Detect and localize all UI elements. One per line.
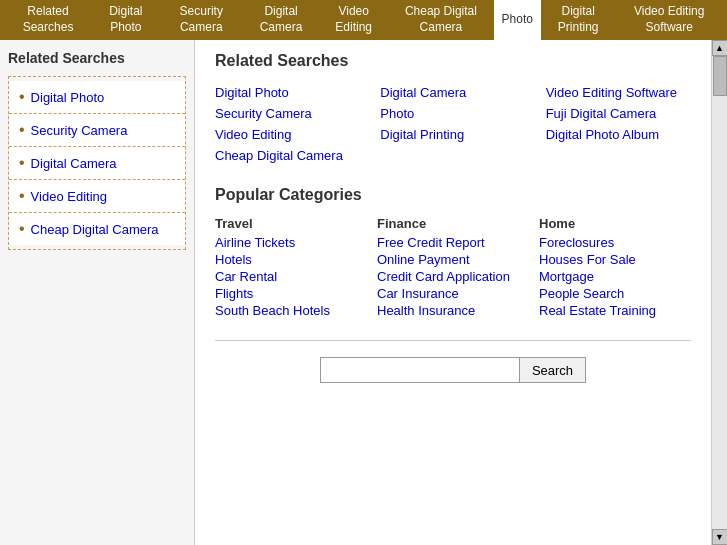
popular-categories-section: Popular Categories TravelAirline Tickets…: [215, 186, 691, 320]
related-link-video-editing-software[interactable]: Video Editing Software: [546, 82, 691, 103]
category-link-hotels[interactable]: Hotels: [215, 252, 252, 267]
bullet-icon: •: [19, 155, 25, 171]
related-link-fuji-digital-camera[interactable]: Fuji Digital Camera: [546, 103, 691, 124]
categories-grid: TravelAirline TicketsHotelsCar RentalFli…: [215, 216, 691, 320]
category-heading-home: Home: [539, 216, 691, 231]
sidebar-item-digital-photo[interactable]: •Digital Photo: [9, 81, 185, 114]
related-link-photo[interactable]: Photo: [380, 103, 525, 124]
category-link-real-estate-training[interactable]: Real Estate Training: [539, 303, 656, 318]
category-link-flights[interactable]: Flights: [215, 286, 253, 301]
category-link-people-search[interactable]: People Search: [539, 286, 624, 301]
sidebar-list: •Digital Photo•Security Camera•Digital C…: [8, 76, 186, 250]
category-link-health-insurance[interactable]: Health Insurance: [377, 303, 475, 318]
category-heading-travel: Travel: [215, 216, 367, 231]
sidebar-item-cheap-digital-camera[interactable]: •Cheap Digital Camera: [9, 213, 185, 245]
category-link-online-payment[interactable]: Online Payment: [377, 252, 470, 267]
category-link-south-beach-hotels[interactable]: South Beach Hotels: [215, 303, 330, 318]
nav-item-cheap-digital-camera[interactable]: Cheap Digital Camera: [388, 0, 493, 40]
sidebar-link-security-camera[interactable]: Security Camera: [31, 123, 128, 138]
sidebar: Related Searches •Digital Photo•Security…: [0, 40, 195, 545]
scroll-down-arrow[interactable]: ▼: [712, 529, 728, 545]
nav-item-security-camera[interactable]: Security Camera: [160, 0, 244, 40]
category-link-airline-tickets[interactable]: Airline Tickets: [215, 235, 295, 250]
scroll-up-arrow[interactable]: ▲: [712, 40, 728, 56]
content-area: Related Searches Digital PhotoSecurity C…: [195, 40, 711, 545]
scrollbar[interactable]: ▲ ▼: [711, 40, 727, 545]
nav-item-digital-camera[interactable]: Digital Camera: [243, 0, 319, 40]
nav-item-video-editing-software[interactable]: Video Editing Software: [615, 0, 723, 40]
category-link-mortgage[interactable]: Mortgage: [539, 269, 594, 284]
top-nav-bar: Related SearchesDigital PhotoSecurity Ca…: [0, 0, 727, 40]
related-link-digital-photo[interactable]: Digital Photo: [215, 82, 360, 103]
sidebar-item-digital-camera[interactable]: •Digital Camera: [9, 147, 185, 180]
related-link-digital-printing[interactable]: Digital Printing: [380, 124, 525, 145]
search-button[interactable]: Search: [520, 357, 586, 383]
category-link-credit-card-application[interactable]: Credit Card Application: [377, 269, 510, 284]
related-link-digital-photo-album[interactable]: Digital Photo Album: [546, 124, 691, 145]
popular-categories-heading: Popular Categories: [215, 186, 691, 204]
sidebar-item-video-editing[interactable]: •Video Editing: [9, 180, 185, 213]
bullet-icon: •: [19, 188, 25, 204]
category-col-home: HomeForeclosuresHouses For SaleMortgageP…: [539, 216, 691, 320]
category-link-car-insurance[interactable]: Car Insurance: [377, 286, 459, 301]
related-searches-heading: Related Searches: [215, 52, 691, 70]
category-col-travel: TravelAirline TicketsHotelsCar RentalFli…: [215, 216, 367, 320]
search-input[interactable]: [320, 357, 520, 383]
category-link-free-credit-report[interactable]: Free Credit Report: [377, 235, 485, 250]
bullet-icon: •: [19, 221, 25, 237]
related-link-security-camera[interactable]: Security Camera: [215, 103, 360, 124]
sidebar-link-video-editing[interactable]: Video Editing: [31, 189, 107, 204]
related-link-video-editing[interactable]: Video Editing: [215, 124, 360, 145]
sidebar-heading: Related Searches: [8, 50, 186, 66]
scroll-track[interactable]: [712, 56, 727, 529]
category-link-houses-for-sale[interactable]: Houses For Sale: [539, 252, 636, 267]
sidebar-link-digital-photo[interactable]: Digital Photo: [31, 90, 105, 105]
nav-item-digital-photo[interactable]: Digital Photo: [92, 0, 159, 40]
related-link-cheap-digital-camera[interactable]: Cheap Digital Camera: [215, 145, 360, 166]
sidebar-link-cheap-digital-camera[interactable]: Cheap Digital Camera: [31, 222, 159, 237]
category-heading-finance: Finance: [377, 216, 529, 231]
bullet-icon: •: [19, 89, 25, 105]
search-bar: Search: [215, 340, 691, 393]
category-link-car-rental[interactable]: Car Rental: [215, 269, 277, 284]
nav-item-photo[interactable]: Photo: [494, 0, 541, 40]
nav-item-related-searches[interactable]: Related Searches: [4, 0, 92, 40]
nav-item-video-editing[interactable]: Video Editing: [319, 0, 388, 40]
category-link-foreclosures[interactable]: Foreclosures: [539, 235, 614, 250]
scroll-thumb[interactable]: [713, 56, 727, 96]
nav-item-digital-printing[interactable]: Digital Printing: [541, 0, 615, 40]
category-col-finance: FinanceFree Credit ReportOnline PaymentC…: [377, 216, 529, 320]
related-link-digital-camera[interactable]: Digital Camera: [380, 82, 525, 103]
sidebar-item-security-camera[interactable]: •Security Camera: [9, 114, 185, 147]
bullet-icon: •: [19, 122, 25, 138]
related-links-grid: Digital PhotoSecurity CameraVideo Editin…: [215, 82, 691, 166]
sidebar-link-digital-camera[interactable]: Digital Camera: [31, 156, 117, 171]
